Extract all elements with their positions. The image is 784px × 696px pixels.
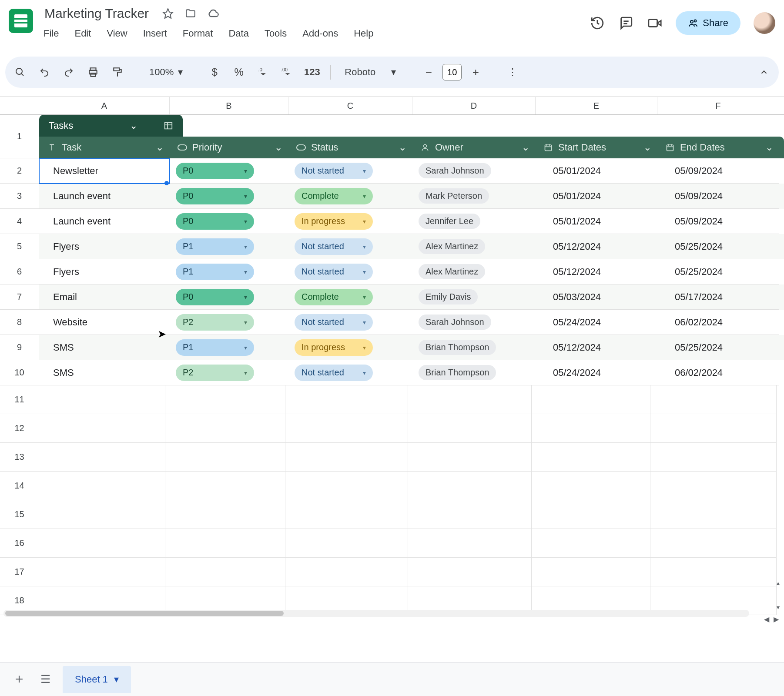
cell-end-date[interactable]: 05/25/2024 — [657, 234, 779, 259]
row-header-1[interactable]: 1 — [0, 115, 39, 158]
empty-cell[interactable] — [532, 558, 650, 586]
status-chip[interactable]: Not started▾ — [295, 264, 373, 280]
priority-chip[interactable]: P2▾ — [176, 365, 254, 381]
empty-cell[interactable] — [408, 472, 532, 500]
menu-help[interactable]: Help — [352, 25, 375, 42]
row-header-2[interactable]: 2 — [0, 158, 39, 184]
cell-start-date[interactable]: 05/12/2024 — [536, 335, 657, 360]
selection-handle[interactable] — [164, 181, 169, 185]
cell-owner[interactable]: Sarah Johnson — [412, 158, 536, 184]
menu-tools[interactable]: Tools — [263, 25, 288, 42]
empty-cell[interactable] — [285, 414, 408, 443]
decrease-font-size-button[interactable]: − — [420, 64, 437, 81]
cell-status[interactable]: Not started▾ — [288, 158, 412, 184]
empty-cell[interactable] — [165, 443, 285, 472]
table-view-icon[interactable] — [164, 121, 173, 130]
cell-end-date[interactable]: 05/25/2024 — [657, 335, 779, 360]
empty-cell[interactable] — [285, 529, 408, 558]
cell-end-date[interactable]: 05/09/2024 — [657, 184, 779, 209]
cell-start-date[interactable]: 05/24/2024 — [536, 360, 657, 385]
scroll-up-icon[interactable]: ▴ — [777, 579, 780, 586]
cell-start-date[interactable]: 05/03/2024 — [536, 284, 657, 310]
chevron-down-icon[interactable]: ⌄ — [399, 142, 406, 153]
empty-cell[interactable] — [285, 558, 408, 586]
chevron-down-icon[interactable]: ⌄ — [522, 142, 529, 153]
cell-end-date[interactable]: 05/17/2024 — [657, 284, 779, 310]
account-avatar[interactable] — [754, 12, 775, 34]
menu-view[interactable]: View — [105, 25, 129, 42]
cell-start-date[interactable]: 05/01/2024 — [536, 209, 657, 234]
cell-end-date[interactable]: 05/09/2024 — [657, 209, 779, 234]
empty-cell[interactable] — [650, 558, 777, 586]
cell-task[interactable]: Flyers — [39, 259, 170, 284]
empty-cell[interactable] — [408, 385, 532, 414]
scrollbar-thumb[interactable] — [5, 611, 284, 616]
cell-task[interactable]: SMS — [39, 335, 170, 360]
empty-cell[interactable] — [39, 385, 165, 414]
header-owner[interactable]: Owner ⌄ — [412, 137, 536, 158]
print-icon[interactable] — [84, 64, 102, 81]
add-sheet-button[interactable]: + — [10, 671, 28, 688]
cell-status[interactable]: In progress▾ — [288, 209, 412, 234]
empty-cell[interactable] — [285, 500, 408, 529]
move-folder-icon[interactable] — [184, 7, 197, 20]
chevron-down-icon[interactable]: ⌄ — [765, 142, 773, 153]
scroll-down-icon[interactable]: ▾ — [777, 604, 780, 611]
priority-chip[interactable]: P0▾ — [176, 163, 254, 179]
cell-end-date[interactable]: 05/09/2024 — [657, 158, 779, 184]
scroll-left-icon[interactable]: ◀ — [764, 615, 769, 623]
cell-task[interactable]: Launch event — [39, 209, 170, 234]
cell-owner[interactable]: Emily Davis — [412, 284, 536, 310]
paint-format-icon[interactable] — [109, 64, 126, 81]
status-chip[interactable]: Not started▾ — [295, 238, 373, 255]
empty-cell[interactable] — [39, 558, 165, 586]
col-header-C[interactable]: C — [288, 97, 412, 114]
cell-priority[interactable]: P2▾ — [170, 310, 288, 335]
status-chip[interactable]: In progress▾ — [295, 339, 373, 356]
row-header-12[interactable]: 12 — [0, 414, 39, 443]
empty-cell[interactable] — [165, 500, 285, 529]
cell-status[interactable]: Not started▾ — [288, 310, 412, 335]
empty-cell[interactable] — [532, 472, 650, 500]
cell-status[interactable]: Complete▾ — [288, 284, 412, 310]
select-all-corner[interactable] — [0, 97, 39, 114]
empty-cell[interactable] — [650, 414, 777, 443]
empty-cell[interactable] — [165, 472, 285, 500]
row-header-6[interactable]: 6 — [0, 259, 39, 284]
chevron-down-icon[interactable]: ⌄ — [643, 142, 651, 153]
col-header-B[interactable]: B — [170, 97, 288, 114]
owner-chip[interactable]: Brian Thompson — [419, 365, 496, 380]
owner-chip[interactable]: Alex Martinez — [419, 239, 485, 254]
chevron-down-icon[interactable]: ▾ — [114, 674, 119, 685]
collapse-toolbar-icon[interactable] — [755, 64, 773, 81]
empty-cell[interactable] — [39, 443, 165, 472]
row-header-13[interactable]: 13 — [0, 443, 39, 472]
sheet-tab-1[interactable]: Sheet 1 ▾ — [63, 666, 131, 693]
cell-priority[interactable]: P1▾ — [170, 335, 288, 360]
number-format-button[interactable]: 123 — [303, 64, 321, 81]
priority-chip[interactable]: P1▾ — [176, 339, 254, 356]
table-name-chip[interactable]: Tasks ⌄ — [39, 115, 183, 137]
horizontal-scrollbar[interactable] — [3, 610, 749, 617]
cell-task[interactable]: Email — [39, 284, 170, 310]
cell-status[interactable]: Not started▾ — [288, 259, 412, 284]
empty-cell[interactable] — [408, 529, 532, 558]
cloud-status-icon[interactable] — [207, 7, 219, 20]
col-header-E[interactable]: E — [536, 97, 657, 114]
col-header-F[interactable]: F — [657, 97, 779, 114]
cell-task[interactable]: Newsletter — [39, 158, 170, 184]
chevron-down-icon[interactable]: ⌄ — [156, 142, 164, 153]
status-chip[interactable]: Not started▾ — [295, 314, 373, 331]
priority-chip[interactable]: P2▾ — [176, 314, 254, 331]
share-button[interactable]: Share — [676, 11, 740, 35]
header-status[interactable]: Status ⌄ — [288, 137, 412, 158]
empty-cell[interactable] — [408, 443, 532, 472]
cell-status[interactable]: Not started▾ — [288, 234, 412, 259]
owner-chip[interactable]: Emily Davis — [419, 289, 478, 304]
status-chip[interactable]: Complete▾ — [295, 289, 373, 305]
row-header-4[interactable]: 4 — [0, 209, 39, 234]
cell-task[interactable]: Launch event — [39, 184, 170, 209]
font-size-input[interactable] — [442, 64, 462, 80]
chevron-down-icon[interactable]: ⌄ — [275, 142, 282, 153]
priority-chip[interactable]: P1▾ — [176, 238, 254, 255]
